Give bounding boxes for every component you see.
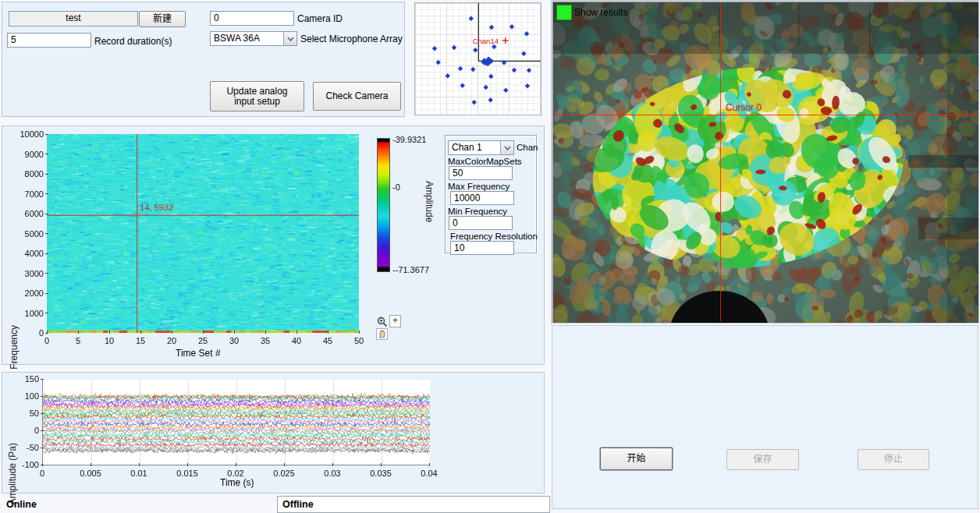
tick-label: 1000 <box>25 309 44 318</box>
cursor-move-tool-icon[interactable]: + <box>389 315 401 327</box>
tick-label: 15 <box>136 336 145 345</box>
tick-mark <box>45 273 48 274</box>
tick-label: 4000 <box>25 249 44 258</box>
mic-array-plot[interactable]: Chan14 <box>414 2 541 115</box>
channel-label: Chan <box>517 143 538 152</box>
tick-label: 5 <box>76 336 80 345</box>
min-frequency-input[interactable]: 0 <box>449 216 513 230</box>
tick-mark <box>45 293 48 294</box>
zoom-tool-icon[interactable] <box>376 316 388 327</box>
tick-mark <box>45 214 48 214</box>
tick-mark <box>41 448 44 448</box>
tick-label: 10000 <box>20 129 44 139</box>
tick-mark <box>187 463 188 466</box>
camera-id-input[interactable]: 0 <box>210 11 294 26</box>
show-results-label: Show results <box>574 7 628 18</box>
check-camera-button[interactable]: Check Camera <box>313 82 401 111</box>
channel-selected-value: Chan 1 <box>449 141 500 154</box>
tick-mark <box>78 331 79 334</box>
tick-label: 9000 <box>25 150 44 159</box>
max-colormap-label: MaxColorMapSets <box>448 157 522 166</box>
mic-array-selected-value: BSWA 36A <box>211 32 283 45</box>
tick-label: 0.01 <box>130 469 147 478</box>
tick-label: 0 <box>39 328 44 338</box>
tick-label: 0.005 <box>80 469 101 478</box>
spectrogram-graph[interactable] <box>47 134 359 333</box>
spectrogram-xlabel: Time Set # <box>176 348 221 359</box>
tick-mark <box>47 331 48 334</box>
tick-mark <box>41 379 44 380</box>
max-colormap-input[interactable]: 50 <box>449 166 513 180</box>
tick-mark <box>91 463 91 466</box>
tick-label: 7000 <box>25 189 44 199</box>
tick-mark <box>45 313 48 313</box>
min-frequency-label: Min Frequency <box>448 207 507 216</box>
settings-panel: test 新建 5 Record duration(s) 0 Camera ID… <box>2 2 405 117</box>
tick-label: 0.035 <box>370 469 392 478</box>
camera-cursor-label: Cursor 0 <box>726 102 762 113</box>
tick-label: 5000 <box>25 229 44 239</box>
tick-label: 40 <box>292 336 301 345</box>
tick-label: 2000 <box>25 288 44 298</box>
max-frequency-input[interactable]: 10000 <box>450 191 514 205</box>
camera-id-label: Camera ID <box>297 13 343 24</box>
chevron-down-icon[interactable] <box>283 32 296 45</box>
tick-mark <box>41 413 44 414</box>
frequency-resolution-input[interactable]: 10 <box>450 241 514 255</box>
tick-mark <box>45 253 48 254</box>
max-frequency-label: Max Frequency <box>448 182 510 191</box>
tick-mark <box>265 331 266 334</box>
actions-panel: 开始 保存 停止 <box>552 325 978 509</box>
tick-label: 35 <box>261 336 270 345</box>
tick-label: 6000 <box>25 209 44 218</box>
tick-mark <box>172 331 172 334</box>
frequency-resolution-label: Frequency Resolution <box>450 232 538 241</box>
camera-cursor-hline[interactable] <box>553 115 977 115</box>
svg-text:Chan14: Chan14 <box>473 37 499 45</box>
analysis-controls-group: Chan 1 Chan MaxColorMapSets 50 Max Frequ… <box>445 135 537 253</box>
acoustic-camera-app: test 新建 5 Record duration(s) 0 Camera ID… <box>0 0 980 513</box>
mic-array-label: Select Microphone Array <box>300 34 403 44</box>
amplitude-colorbar[interactable] <box>377 138 390 272</box>
camera-view-panel[interactable]: Cursor 0 Show results <box>551 0 979 324</box>
tick-label: 10 <box>105 336 114 345</box>
tick-label: 0 <box>44 336 49 345</box>
camera-cursor-vline[interactable] <box>720 2 721 321</box>
acoustic-heatmap-image[interactable] <box>553 2 978 323</box>
mic-array-scatter: Chan14 <box>415 3 541 115</box>
tick-label: 0.03 <box>324 469 340 478</box>
start-button[interactable]: 开始 <box>600 448 673 470</box>
pan-hand-tool-icon[interactable] <box>376 328 388 340</box>
show-results-checkbox[interactable] <box>556 5 572 20</box>
tick-mark <box>109 331 110 334</box>
chevron-down-icon[interactable] <box>500 141 513 154</box>
tick-mark <box>203 331 204 334</box>
update-analog-input-button[interactable]: Update analog input setup <box>210 81 304 111</box>
spectrogram-ylabel: Frequency <box>9 325 20 370</box>
tick-label: 100 <box>25 391 39 401</box>
colorbar-max-label: -39.9321 <box>392 135 426 144</box>
stop-button[interactable]: 停止 <box>858 449 929 470</box>
tick-mark <box>234 331 235 334</box>
tick-label: -50 <box>27 443 39 452</box>
tick-label: 0 <box>34 426 39 435</box>
new-button[interactable]: 新建 <box>139 11 186 27</box>
tick-label: 30 <box>229 336 239 345</box>
mic-array-select[interactable]: BSWA 36A <box>210 31 297 46</box>
record-duration-input[interactable]: 5 <box>7 33 91 48</box>
tick-mark <box>45 174 48 175</box>
tick-mark <box>42 463 43 466</box>
channel-select[interactable]: Chan 1 <box>448 140 514 155</box>
tick-mark <box>359 331 360 334</box>
waveform-graph[interactable] <box>42 379 430 465</box>
test-name-field[interactable]: test <box>9 11 138 27</box>
save-button[interactable]: 保存 <box>726 449 799 470</box>
tick-label: 0 <box>40 469 44 478</box>
tick-mark <box>284 463 285 466</box>
tick-label: -100 <box>22 460 39 469</box>
tick-label: 0.025 <box>273 469 295 478</box>
record-duration-label: Record duration(s) <box>94 36 172 47</box>
tick-label: 8000 <box>25 169 44 179</box>
tick-label: 20 <box>167 336 176 345</box>
colorbar-title: Amplitude <box>424 181 435 222</box>
